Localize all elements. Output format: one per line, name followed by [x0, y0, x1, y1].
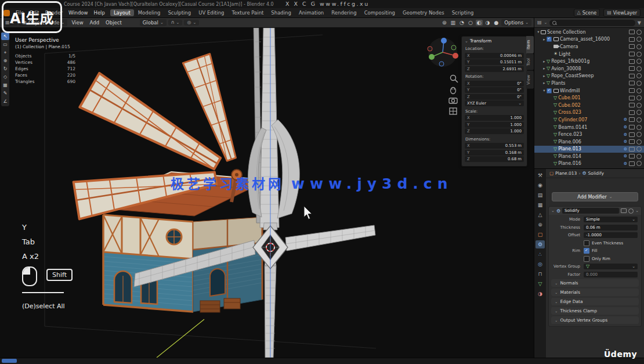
sidebar-tab-tool[interactable]: Tool	[526, 54, 534, 70]
shading-material-button[interactable]: ◑	[484, 20, 491, 26]
add-modifier-button[interactable]: Add Modifier ⌄	[552, 192, 638, 201]
collection-checkbox[interactable]	[547, 37, 552, 42]
outliner-item-label[interactable]: Avion_30008	[551, 66, 629, 71]
section-thickness-clamp[interactable]: ⌄Thickness Clamp	[551, 307, 639, 315]
outliner-item-label[interactable]: Rope_CoastSweep	[551, 73, 629, 78]
outliner-row[interactable]: ▽Fence.023⚙	[534, 131, 644, 138]
even-thickness-checkbox[interactable]	[584, 240, 589, 246]
shading-solid-button[interactable]: ◐	[476, 20, 483, 26]
outliner-row-active[interactable]: ▽Plane.013⚙	[534, 146, 644, 153]
sidebar-tab-view[interactable]: View	[526, 71, 534, 89]
disclosure-arrow[interactable]: ▾	[542, 88, 547, 93]
outliner-item-label[interactable]: Plane.013	[558, 146, 624, 152]
breadcrumb-object[interactable]: Plane.013	[555, 171, 577, 176]
visibility-toggles[interactable]	[629, 161, 642, 166]
workspace-tab-scripting[interactable]: Scripting	[448, 9, 477, 16]
outliner-item-label[interactable]: Fence.023	[558, 132, 624, 137]
visibility-toggles[interactable]	[629, 37, 642, 42]
thickness-field[interactable]: 0.06 m	[584, 225, 638, 230]
outliner-item-label[interactable]: Cross.023	[558, 110, 629, 115]
tool-tweak[interactable]: ↖	[1, 33, 9, 40]
visibility-toggles[interactable]	[629, 103, 642, 108]
section-edge-data[interactable]: ⌄Edge Data	[551, 298, 639, 305]
tool-move[interactable]: ⊕	[1, 57, 9, 64]
xray-toggle[interactable]: ◔	[458, 20, 465, 26]
properties-tab-view-layer[interactable]: ▦	[536, 201, 545, 209]
location-x-field[interactable]: X0.00046 m	[465, 53, 524, 59]
properties-tab-object[interactable]: ▢	[536, 230, 545, 239]
viewport-display-toggle[interactable]	[621, 208, 627, 213]
visibility-toggles[interactable]	[629, 66, 642, 71]
show-gizmos-toggle[interactable]: ⊚	[441, 20, 448, 26]
outliner-item-label[interactable]: Plane.014	[558, 154, 624, 159]
outliner-row[interactable]: ▸▽Plants	[534, 80, 644, 87]
view-layer-selector[interactable]: ▤ ViewLayer	[603, 9, 641, 17]
outliner-row[interactable]: ▾Scene Collection	[534, 28, 644, 36]
disclosure-arrow[interactable]: ▸	[542, 59, 547, 64]
visibility-toggles[interactable]	[629, 154, 642, 159]
properties-tab-scene[interactable]: △	[536, 211, 545, 219]
rotation-mode-dropdown[interactable]: XYZ Euler⌄	[465, 100, 524, 106]
view-controls[interactable]	[449, 75, 458, 115]
workspace-tab-geometry-nodes[interactable]: Geometry Nodes	[399, 9, 448, 16]
workspace-tab-layout[interactable]: Layout	[110, 9, 134, 16]
snap-toggle[interactable]: ∩ ⌄	[168, 20, 183, 26]
sidebar-tab-item[interactable]: Item	[526, 36, 534, 53]
outliner-item-label[interactable]: Camera_asset_16000	[560, 37, 629, 42]
properties-tab-render[interactable]: ◉	[536, 181, 545, 189]
modifier-name-input[interactable]: Solidify	[562, 208, 619, 214]
vertex-group-field[interactable]: ▽⌄	[584, 264, 638, 269]
section-normals[interactable]: ⌄Normals	[551, 279, 639, 287]
visibility-toggles[interactable]	[629, 52, 642, 57]
tool-scale[interactable]: ◇	[1, 73, 9, 81]
outliner-item-label[interactable]: Scene Collection	[547, 30, 629, 35]
properties-tab-material[interactable]: ◑	[536, 290, 545, 298]
properties-tab-particles[interactable]: ∴	[536, 250, 545, 258]
visibility-toggles[interactable]	[629, 44, 642, 49]
disclosure-arrow[interactable]: ▸	[542, 37, 547, 42]
visibility-toggles[interactable]	[629, 95, 642, 100]
modifier-extras-menu[interactable]: ⌄	[635, 208, 639, 213]
workspace-tab-uv-editing[interactable]: UV Editing	[195, 9, 227, 16]
tool-annotate[interactable]: ✎	[1, 89, 9, 97]
properties-tab-physics[interactable]: ◎	[536, 260, 545, 268]
show-overlays-toggle[interactable]: ▥	[450, 20, 457, 26]
section-output-vertex-groups[interactable]: ⌄Output Vertex Groups	[551, 316, 639, 324]
workspace-tab-modeling[interactable]: Modeling	[135, 9, 164, 16]
outliner-display-mode[interactable]: ⌄	[544, 20, 548, 25]
outliner-row[interactable]: ☀Light	[534, 51, 644, 58]
visibility-toggles[interactable]	[629, 146, 642, 152]
options-dropdown[interactable]: Options ⌄	[501, 19, 531, 26]
scale-z-field[interactable]: Z1.000	[465, 128, 524, 134]
workspace-tab-rendering[interactable]: Rendering	[328, 9, 360, 16]
outliner-item-label[interactable]: Plane.016	[558, 161, 624, 166]
properties-tab-tool[interactable]: ⚒	[536, 171, 545, 179]
transform-panel-header[interactable]: ⌄ Transform	[462, 37, 527, 45]
disclosure-arrow[interactable]: ▾	[536, 30, 541, 34]
workspace-tab-texture-paint[interactable]: Texture Paint	[229, 9, 267, 16]
rotation-x-field[interactable]: X0°	[465, 81, 524, 87]
outliner-row[interactable]: ▽Beams.0141⚙	[534, 124, 644, 131]
properties-tab-modifiers[interactable]: ⚙	[536, 240, 545, 248]
outliner-item-label[interactable]: Windmill	[560, 88, 629, 93]
outliner-item-label[interactable]: Beams.0141	[558, 125, 624, 130]
only-rim-checkbox[interactable]	[584, 256, 589, 262]
workspace-tab-sculpting[interactable]: Sculpting	[164, 9, 194, 16]
visibility-toggles[interactable]	[629, 125, 642, 130]
outliner-row[interactable]: ▽Cube.002	[534, 102, 644, 109]
tool-cursor[interactable]: ⌖	[1, 49, 9, 56]
navigation-gizmo[interactable]	[428, 38, 458, 67]
collapse-icon[interactable]: ⌄	[465, 39, 468, 44]
workspace-tab-animation[interactable]: Animation	[295, 9, 327, 16]
menu-add[interactable]: Add	[88, 20, 102, 26]
visibility-toggles[interactable]	[629, 139, 642, 145]
shading-wireframe-button[interactable]: ○	[467, 20, 474, 26]
outliner-row[interactable]: ▾Windmill	[534, 87, 644, 95]
fill-checkbox[interactable]	[584, 248, 589, 254]
outliner-item-label[interactable]: Ropes_1fkb001g	[551, 59, 629, 64]
scale-x-field[interactable]: X1.000	[465, 115, 524, 121]
workspace-tab-compositing[interactable]: Compositing	[361, 9, 399, 16]
visibility-toggles[interactable]	[629, 73, 642, 78]
outliner-row[interactable]: ▸Camera_asset_16000	[534, 36, 644, 44]
rotation-y-field[interactable]: Y0°	[465, 87, 524, 93]
